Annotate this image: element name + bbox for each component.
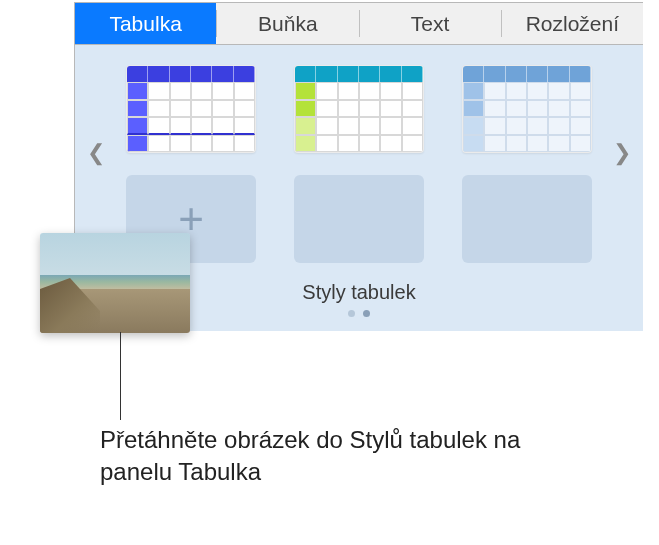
page-dot[interactable]	[363, 310, 370, 317]
inspector-tabs: Tabulka Buňka Text Rozložení	[75, 3, 643, 45]
empty-style-slot[interactable]	[294, 175, 424, 263]
tab-arrange[interactable]: Rozložení	[502, 3, 643, 44]
table-style-thumb[interactable]	[294, 65, 424, 153]
table-style-thumb[interactable]	[462, 65, 592, 153]
callout-text: Přetáhněte obrázek do Stylů tabulek na p…	[100, 424, 530, 489]
callout-leader-line	[120, 332, 121, 420]
tab-text[interactable]: Text	[360, 3, 501, 44]
table-style-thumb[interactable]	[126, 65, 256, 153]
chevron-right-icon[interactable]: ❯	[613, 140, 631, 166]
dragged-image-thumbnail[interactable]	[40, 233, 190, 333]
tab-cell[interactable]: Buňka	[217, 3, 358, 44]
chevron-left-icon[interactable]: ❮	[87, 140, 105, 166]
tab-table[interactable]: Tabulka	[75, 3, 216, 44]
table-style-thumbnails	[75, 65, 643, 153]
page-dot[interactable]	[348, 310, 355, 317]
empty-style-slot[interactable]	[462, 175, 592, 263]
